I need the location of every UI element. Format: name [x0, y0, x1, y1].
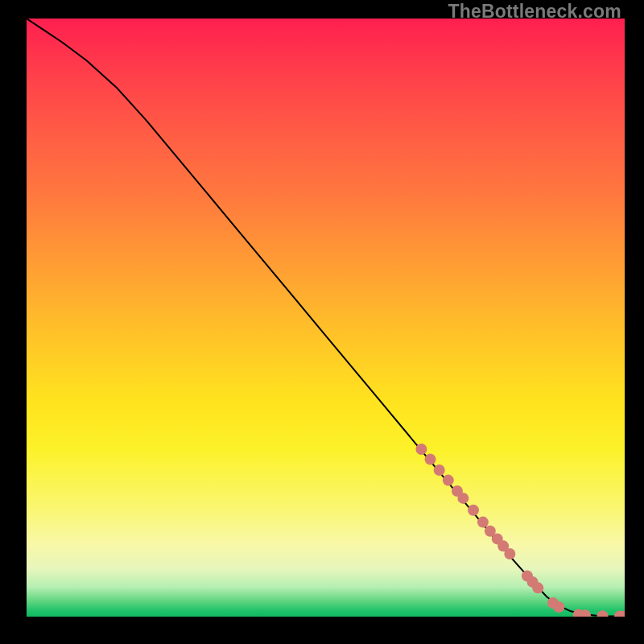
curve-markers	[415, 444, 625, 617]
curve-layer	[27, 19, 625, 617]
curve-marker	[553, 601, 564, 613]
curve-marker	[457, 493, 469, 504]
curve-marker	[434, 464, 445, 476]
chart-frame: TheBottleneck.com	[0, 0, 644, 644]
curve-marker	[477, 517, 489, 528]
curve-marker	[504, 548, 515, 559]
curve-marker	[468, 505, 479, 516]
curve-marker	[532, 582, 543, 593]
bottleneck-curve	[27, 19, 625, 617]
curve-marker	[443, 475, 454, 486]
curve-marker	[597, 610, 609, 617]
curve-marker	[415, 444, 427, 455]
curve-marker	[425, 454, 436, 465]
plot-area	[27, 19, 625, 617]
